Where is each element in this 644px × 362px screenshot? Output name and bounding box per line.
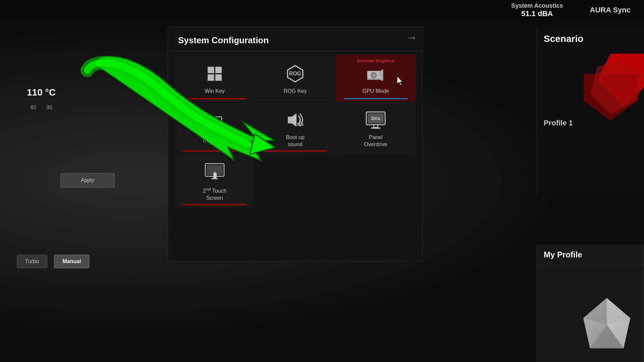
svg-point-8 <box>373 74 375 76</box>
top-bar: System Acoustics 51.1 dBA AURA Sync <box>0 0 644 20</box>
touch-pad-label: Touch Pad <box>202 137 227 144</box>
config-win-key[interactable]: Win Key <box>175 55 255 102</box>
svg-rect-16 <box>381 69 383 81</box>
rog-key-icon: ROG <box>284 63 306 84</box>
config-panel-overdrive[interactable]: 3ms PanelOverdrive <box>336 102 416 154</box>
win-key-label: Win Key <box>205 88 225 95</box>
win-key-icon <box>204 63 225 84</box>
svg-rect-15 <box>367 78 383 80</box>
svg-rect-0 <box>208 67 214 73</box>
svg-rect-13 <box>379 72 381 74</box>
2nd-touch-icon <box>204 162 225 183</box>
boot-sound-icon <box>284 109 306 131</box>
gpu-mode-icon <box>365 63 386 84</box>
temp-gauge: 110 °C 80 90 <box>27 87 56 111</box>
system-acoustics-value: 51.1 dBA <box>521 9 553 18</box>
panel-overdrive-label: PanelOverdrive <box>364 134 387 148</box>
gpu-mode-tooltip: Discrete Graphics <box>357 58 394 63</box>
gpu-mode-label: GPU Mode <box>362 88 389 95</box>
boot-sound-label: Boot upsound <box>286 134 304 148</box>
svg-text:3ms: 3ms <box>371 116 380 121</box>
panel-overdrive-icon: 3ms <box>365 109 386 131</box>
gpu-mode-status-bar <box>344 98 408 99</box>
svg-rect-29 <box>374 125 378 127</box>
my-profile-panel: My Profile <box>537 245 644 362</box>
svg-rect-34 <box>211 178 218 179</box>
move-icon[interactable]: ⭢ <box>408 34 416 43</box>
config-gpu-mode[interactable]: Discrete Graphics <box>336 55 416 102</box>
win-key-status-bar <box>183 98 247 99</box>
manual-button[interactable]: Manual <box>54 255 89 268</box>
svg-rect-3 <box>215 74 222 80</box>
sys-config-title: System Configuration <box>168 27 422 51</box>
svg-rect-18 <box>208 117 222 126</box>
mode-buttons-container: Turbo Manual <box>17 255 89 268</box>
system-acoustics-label: System Acoustics <box>511 2 563 9</box>
temp-value: 110 °C <box>27 87 56 98</box>
scenario-decoration <box>584 54 644 121</box>
aura-sync-section: AURA Sync <box>590 6 631 14</box>
system-acoustics-section: System Acoustics 51.1 dBA <box>511 2 563 18</box>
system-config-panel: System Configuration ⭢ Win Key ROG <box>168 27 423 261</box>
config-2nd-touch[interactable]: 2nd TouchScreen <box>175 155 255 207</box>
config-rog-key[interactable]: ROG ROG Key <box>255 55 335 102</box>
profile-gem-icon <box>577 295 637 355</box>
svg-text:ROG: ROG <box>289 71 301 76</box>
temperature-area: 110 °C 80 90 <box>0 20 151 255</box>
2nd-touch-label: 2nd TouchScreen <box>203 186 227 202</box>
svg-marker-21 <box>288 113 297 127</box>
svg-rect-1 <box>215 67 222 73</box>
mouse-cursor <box>397 76 405 88</box>
temp-scale: 80 90 <box>30 105 52 111</box>
svg-marker-17 <box>397 76 402 85</box>
svg-rect-14 <box>379 74 381 76</box>
profile-label: Profile 1 <box>544 119 573 127</box>
boot-sound-status-bar <box>264 150 327 152</box>
touch-pad-icon <box>204 113 225 134</box>
apply-button[interactable]: Apply <box>60 173 115 188</box>
scenario-title: Scenario <box>537 27 644 50</box>
config-touch-pad[interactable]: Touch Pad <box>175 102 255 154</box>
my-profile-title: My Profile <box>537 245 644 265</box>
touch-pad-status-bar <box>183 150 247 152</box>
aura-sync-label: AURA Sync <box>590 6 631 14</box>
temp-scale-80: 80 <box>30 105 36 111</box>
config-grid: Win Key ROG ROG Key Discrete Graphics <box>168 51 422 214</box>
right-scenario-panel: Scenario Profile 1 <box>537 27 644 194</box>
config-boot-sound[interactable]: Boot upsound <box>255 102 335 154</box>
svg-rect-2 <box>208 74 214 80</box>
svg-rect-20 <box>211 127 219 129</box>
2nd-touch-status-bar <box>183 204 247 205</box>
rog-key-label: ROG Key <box>284 88 307 95</box>
temp-scale-90: 90 <box>46 105 52 111</box>
svg-rect-30 <box>371 127 380 129</box>
turbo-button[interactable]: Turbo <box>17 255 47 268</box>
